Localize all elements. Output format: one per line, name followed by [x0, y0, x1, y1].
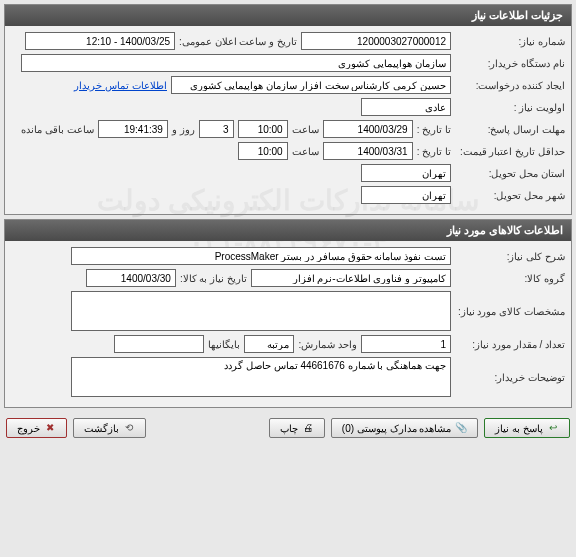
print-button-label: چاپ	[280, 423, 298, 434]
need-by-field	[86, 269, 176, 287]
delivery-city-label: شهر محل تحویل:	[455, 190, 565, 201]
unit-label: واحد شمارش:	[298, 339, 357, 350]
until-label-1: تا تاریخ :	[417, 124, 451, 135]
time-label-1: ساعت	[292, 124, 319, 135]
group-field	[251, 269, 451, 287]
hours-remaining-label: ساعت باقی مانده	[21, 124, 94, 135]
days-remaining-field	[199, 120, 234, 138]
until-label-2: تا تاریخ :	[417, 146, 451, 157]
validity-time-field	[238, 142, 288, 160]
need-details-panel: جزئیات اطلاعات نیاز شماره نیاز: تاریخ و …	[4, 4, 572, 215]
back-button[interactable]: بازگشت	[73, 418, 146, 438]
delivery-province-label: استان محل تحویل:	[455, 168, 565, 179]
packaging-field	[114, 335, 204, 353]
buyer-label: نام دستگاه خریدار:	[455, 58, 565, 69]
time-label-2: ساعت	[292, 146, 319, 157]
exit-button[interactable]: خروج	[6, 418, 67, 438]
attachments-button-label: مشاهده مدارک پیوستی (0)	[342, 423, 452, 434]
notes-label: توضیحات خریدار:	[455, 372, 565, 383]
general-desc-label: شرح کلی نیاز:	[455, 251, 565, 262]
qty-field	[361, 335, 451, 353]
specs-field	[71, 291, 451, 331]
countdown-field	[98, 120, 168, 138]
attachment-icon	[455, 422, 467, 434]
back-icon	[123, 422, 135, 434]
reply-icon	[547, 422, 559, 434]
priority-field	[361, 98, 451, 116]
unit-field	[244, 335, 294, 353]
reply-button-label: پاسخ به نیاز	[495, 423, 543, 434]
request-no-label: شماره نیاز:	[455, 36, 565, 47]
general-desc-field	[71, 247, 451, 265]
validity-date-field	[323, 142, 413, 160]
packaging-label: بایگانیها	[208, 339, 240, 350]
button-bar: پاسخ به نیاز مشاهده مدارک پیوستی (0) چاپ…	[0, 412, 576, 444]
request-no-field	[301, 32, 451, 50]
goods-info-header: اطلاعات کالاهای مورد نیاز	[5, 220, 571, 241]
day-and-label: روز و	[172, 124, 195, 135]
group-label: گروه کالا:	[455, 273, 565, 284]
deadline-label: مهلت ارسال پاسخ:	[455, 124, 565, 135]
buyer-contact-link[interactable]: اطلاعات تماس خریدار	[74, 80, 167, 91]
print-button[interactable]: چاپ	[269, 418, 325, 438]
announce-label: تاریخ و ساعت اعلان عمومی:	[179, 36, 297, 47]
goods-info-panel: اطلاعات کالاهای مورد نیاز شرح کلی نیاز: …	[4, 219, 572, 408]
reply-button[interactable]: پاسخ به نیاز	[484, 418, 570, 438]
delivery-province-field	[361, 164, 451, 182]
deadline-time-field	[238, 120, 288, 138]
announce-field	[25, 32, 175, 50]
exit-button-label: خروج	[17, 423, 40, 434]
creator-label: ایجاد کننده درخواست:	[455, 80, 565, 91]
creator-field	[171, 76, 451, 94]
need-details-header: جزئیات اطلاعات نیاز	[5, 5, 571, 26]
priority-label: اولویت نیاز :	[455, 102, 565, 113]
need-by-label: تاریخ نیاز به کالا:	[180, 273, 247, 284]
exit-icon	[44, 422, 56, 434]
deadline-date-field	[323, 120, 413, 138]
buyer-field	[21, 54, 451, 72]
qty-label: تعداد / مقدار مورد نیاز:	[455, 339, 565, 350]
delivery-city-field	[361, 186, 451, 204]
attachments-button[interactable]: مشاهده مدارک پیوستی (0)	[331, 418, 479, 438]
back-button-label: بازگشت	[84, 423, 119, 434]
specs-label: مشخصات کالای مورد نیاز:	[455, 306, 565, 317]
notes-field: جهت هماهنگی با شماره 44661676 تماس حاصل …	[71, 357, 451, 397]
print-icon	[302, 422, 314, 434]
validity-label: حداقل تاریخ اعتبار قیمت:	[455, 146, 565, 157]
